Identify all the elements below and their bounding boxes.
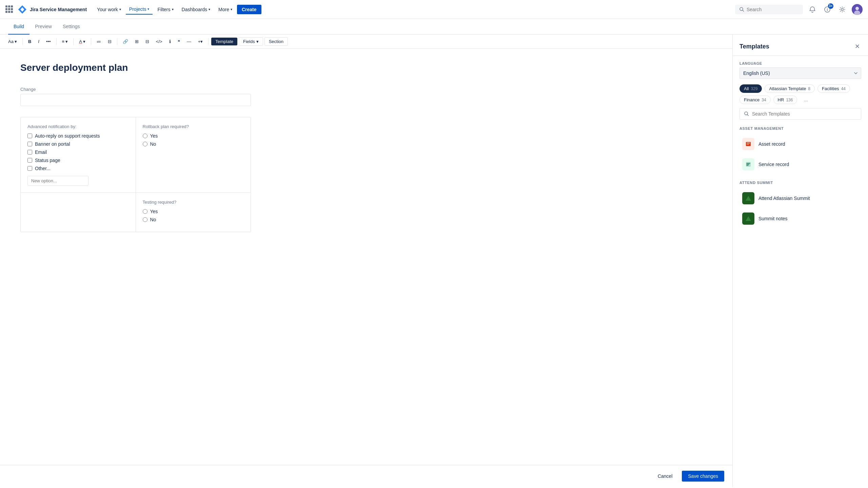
more-format-button[interactable]: ••• — [43, 38, 54, 45]
text-color-button[interactable]: A ▾ — [76, 38, 88, 45]
testing-yes-radio[interactable] — [143, 209, 147, 214]
chevron-down-icon: ▾ — [15, 39, 17, 44]
info-button[interactable]: ℹ — [166, 38, 174, 45]
summit-notes-name: Summit notes — [758, 216, 788, 221]
new-option-input[interactable] — [27, 176, 88, 186]
toolbar-separator — [91, 38, 91, 45]
filter-finance[interactable]: Finance 34 — [739, 96, 771, 104]
testing-yes[interactable]: Yes — [143, 209, 244, 214]
chevron-down-icon: ▾ — [147, 7, 149, 11]
template-asset-record[interactable]: Asset record — [739, 135, 861, 154]
rollback-no[interactable]: No — [143, 141, 244, 147]
save-button[interactable]: Save changes — [682, 471, 724, 482]
tab-settings[interactable]: Settings — [57, 19, 85, 35]
chevron-down-icon: ▾ — [83, 39, 85, 44]
template-button[interactable]: Template — [211, 38, 237, 45]
document-title[interactable]: Server deployment plan — [20, 62, 712, 73]
banner-checkbox[interactable] — [27, 142, 32, 146]
filter-atlassian[interactable]: Atlassian Template 8 — [765, 84, 815, 93]
settings-button[interactable] — [837, 4, 848, 15]
other-checkbox[interactable] — [27, 166, 32, 171]
attend-summit-section: ATTEND SUMMIT Attend Atlassian Summit — [739, 181, 861, 228]
font-size-button[interactable]: Aa ▾ — [5, 38, 20, 45]
toolbar-separator — [22, 38, 23, 45]
cancel-button[interactable]: Cancel — [652, 471, 678, 482]
section-button[interactable]: Section — [264, 37, 288, 46]
rollback-no-radio[interactable] — [143, 142, 147, 146]
notifications-button[interactable] — [807, 4, 818, 15]
filter-facilities[interactable]: Facilities 44 — [817, 84, 850, 93]
add-button[interactable]: +▾ — [195, 38, 206, 45]
asset-management-label: ASSET MANAGEMENT — [739, 126, 861, 130]
asset-record-name: Asset record — [758, 141, 785, 147]
numbered-list-button[interactable]: ⊟ — [105, 38, 114, 45]
nav-items: Your work ▾ Projects ▾ Filters ▾ Dashboa… — [94, 4, 732, 15]
code-button[interactable]: </> — [153, 38, 165, 45]
attend-summit-name: Attend Atlassian Summit — [758, 196, 810, 201]
nav-right: 3+ — [735, 4, 863, 15]
status-checkbox[interactable] — [27, 158, 32, 163]
nav-projects[interactable]: Projects ▾ — [126, 4, 153, 15]
chevron-down-icon: ▾ — [209, 7, 210, 11]
checkbox-status[interactable]: Status page — [27, 158, 129, 163]
filter-all[interactable]: All 329 — [739, 84, 762, 93]
bullet-list-button[interactable]: ≔ — [94, 38, 104, 45]
help-button[interactable]: 3+ — [822, 4, 833, 15]
checkbox-other[interactable]: Other... — [27, 166, 129, 171]
divider-button[interactable]: — — [184, 38, 194, 45]
template-summit-notes[interactable]: Summit notes — [739, 209, 861, 228]
language-select[interactable]: English (US) French German Spanish — [739, 67, 861, 79]
editor-footer: Cancel Save changes — [0, 465, 732, 487]
create-button[interactable]: Create — [237, 5, 261, 14]
bold-button[interactable]: B — [25, 38, 34, 45]
nav-more[interactable]: More ▾ — [215, 5, 236, 14]
table-button[interactable]: ⊞ — [132, 38, 141, 45]
filter-hr[interactable]: HR 136 — [773, 96, 797, 104]
top-nav: Jira Service Management Your work ▾ Proj… — [0, 0, 868, 19]
sidebar-title: Templates — [739, 43, 769, 50]
empty-cell — [21, 193, 136, 232]
search-templates-input[interactable] — [752, 111, 857, 117]
rollback-yes[interactable]: Yes — [143, 133, 244, 139]
change-field-input[interactable] — [20, 94, 251, 106]
nav-your-work[interactable]: Your work ▾ — [94, 5, 124, 14]
search-input[interactable] — [747, 7, 794, 12]
table-row: Testing required? Yes No — [21, 193, 251, 232]
tab-preview[interactable]: Preview — [29, 19, 57, 35]
search-templates-bar[interactable] — [739, 108, 861, 120]
testing-no-radio[interactable] — [143, 217, 147, 222]
avatar[interactable] — [852, 4, 863, 15]
notification-cell: Advanced notification by: Auto-reply on … — [21, 117, 136, 192]
more-filters-button[interactable]: ... — [800, 96, 812, 104]
email-checkbox[interactable] — [27, 150, 32, 155]
app-grid-icon[interactable] — [5, 5, 14, 14]
checkbox-auto-reply[interactable]: Auto-reply on support requests — [27, 133, 129, 139]
nav-filters[interactable]: Filters ▾ — [154, 5, 177, 14]
checkbox-email[interactable]: Email — [27, 149, 129, 155]
link-button[interactable]: 🔗 — [120, 38, 131, 45]
attend-summit-label: ATTEND SUMMIT — [739, 181, 861, 185]
template-service-record[interactable]: Service record — [739, 155, 861, 174]
chevron-down-icon: ▾ — [65, 39, 68, 44]
quote-button[interactable]: ❝ — [175, 38, 183, 45]
layout-button[interactable]: ⊟ — [143, 38, 152, 45]
rollback-yes-radio[interactable] — [143, 134, 147, 138]
svg-marker-12 — [746, 196, 751, 201]
close-sidebar-button[interactable]: ✕ — [853, 41, 861, 52]
align-button[interactable]: ≡ ▾ — [59, 38, 71, 45]
rollback-cell: Rollback plan required? Yes No — [136, 117, 251, 192]
attend-summit-icon — [742, 192, 754, 204]
tab-build[interactable]: Build — [8, 19, 29, 35]
testing-title: Testing required? — [143, 200, 244, 205]
testing-no[interactable]: No — [143, 217, 244, 222]
chevron-down-icon: ▾ — [231, 7, 232, 11]
checkbox-banner[interactable]: Banner on portal — [27, 141, 129, 147]
italic-button[interactable]: I — [35, 38, 42, 45]
chevron-down-icon: ▾ — [256, 39, 259, 44]
svg-point-2 — [841, 8, 843, 11]
search-bar[interactable] — [735, 5, 803, 14]
template-attend-summit[interactable]: Attend Atlassian Summit — [739, 189, 861, 208]
nav-dashboards[interactable]: Dashboards ▾ — [178, 5, 214, 14]
auto-reply-checkbox[interactable] — [27, 134, 32, 138]
fields-button[interactable]: Fields ▾ — [239, 37, 263, 46]
